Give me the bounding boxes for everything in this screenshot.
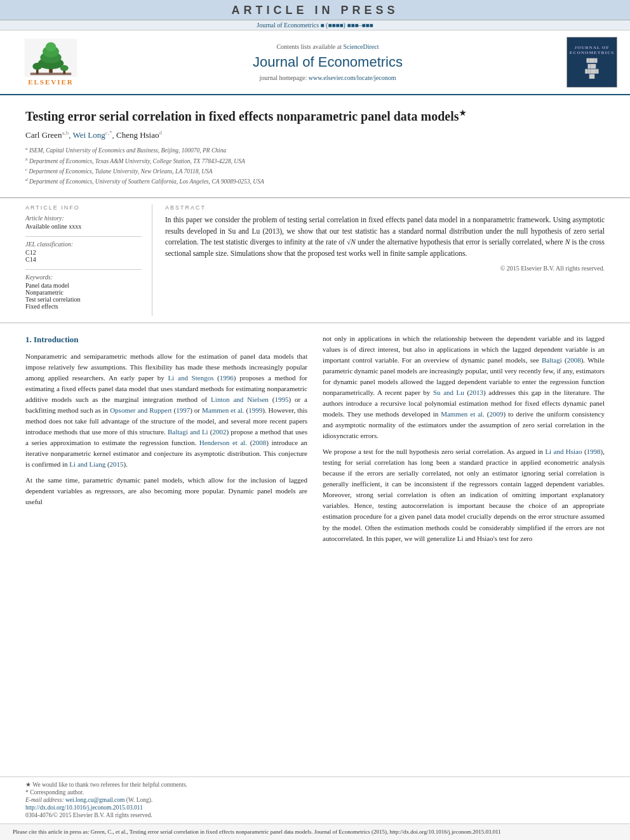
ref-su-lu[interactable]: Su and Lu [433,389,464,396]
ref-1997[interactable]: 1997 [176,406,190,414]
author-green-sup: a,b [62,130,69,136]
author-green: Carl Green [25,130,62,140]
author-long[interactable]: Wei Long [72,130,105,140]
body-two-col: 1. Introduction Nonparametric and semipa… [0,323,630,777]
ref-henderson[interactable]: Henderson et al. [199,439,247,446]
abstract-label: ABSTRACT [165,204,605,211]
bottom-bar: Please cite this article in press as: Gr… [0,823,630,841]
jel-c12: C12 [25,249,142,256]
jel-block: JEL classification: C12 C14 [25,241,142,263]
jel-c14: C14 [25,256,142,263]
journal-homepage: journal homepage: www.elsevier.com/locat… [95,74,560,81]
svg-point-10 [60,65,69,71]
paper-section: Testing error serial correlation in fixe… [0,95,630,197]
paper-title: Testing error serial correlation in fixe… [25,108,605,124]
intro-heading: 1. Introduction [25,333,307,346]
title-text: Testing error serial correlation in fixe… [25,109,459,123]
body-para-4: We propose a test for the null hypothesi… [323,446,605,543]
divider-2 [25,269,142,270]
ref-1995[interactable]: 1995 [274,396,288,403]
keywords-block: Keywords: Panel data model Nonparametric… [25,274,142,310]
ref-baltagi-li[interactable]: Baltagi and Li [168,428,208,436]
homepage-url[interactable]: www.elsevier.com/locate/jeconom [309,74,396,81]
abstract-copyright: © 2015 Elsevier B.V. All rights reserved… [165,265,605,272]
history-label: Article history: [25,215,142,222]
ref-mammen-2009[interactable]: Mammen et al. [441,410,485,418]
ref-1998[interactable]: 1998 [587,448,601,455]
keywords-label: Keywords: [25,274,142,281]
two-col-section: ARTICLE INFO Article history: Available … [0,197,630,323]
ref-li-stengos[interactable]: Li and Stengos [168,374,214,382]
divider-1 [25,236,142,237]
footnotes: ★ We would like to thank two referees fo… [0,777,630,823]
ref-2008[interactable]: 2008 [567,356,581,364]
ref-li-hsiao[interactable]: Li and Hsiao [545,448,582,455]
ref-opsomer-ruppert[interactable]: Opsomer and Ruppert [110,406,172,414]
contents-label: Contents lists available at [276,43,341,50]
ref-2008[interactable]: 2008 [252,439,266,446]
ref-2013[interactable]: 2013 [469,389,483,396]
elsevier-label: ELSEVIER [28,78,74,86]
journal-title-header: Journal of Econometrics [95,54,560,70]
journal-thumbnail: JOURNAL OF ECONOMETRICS ██████████████ [566,37,617,88]
footnote-email-link[interactable]: wei.long.cu@gmail.com [65,797,124,803]
article-history-block: Article history: Available online xxxx [25,215,142,230]
journal-header: ELSEVIER Contents lists available at Sci… [0,30,630,95]
ref-li-liang[interactable]: Li and Liang [69,460,105,468]
ref-2002[interactable]: 2002 [212,428,226,436]
author-hsiao-sup: d [159,130,163,136]
article-info: ARTICLE INFO Article history: Available … [25,204,152,316]
article-info-label: ARTICLE INFO [25,204,142,211]
author-long-sup: c,* [105,130,112,136]
ref-2009[interactable]: 2009 [489,410,503,418]
contents-available: Contents lists available at ScienceDirec… [95,43,560,50]
jel-label: JEL classification: [25,241,142,248]
keyword-3: Test serial correlation [25,296,142,303]
elsevier-logo: ELSEVIER [13,39,89,86]
article-in-press-banner: ARTICLE IN PRESS [0,0,630,20]
svg-point-8 [32,63,42,70]
affiliations: a ISEM, Capital University of Economics … [25,145,605,187]
abstract-section: ABSTRACT In this paper we consider the p… [165,204,605,316]
body-para-2: At the same time, parametric dynamic pan… [25,475,307,507]
footnote-corresponding: * Corresponding author. [25,789,605,796]
footnote-issn: 0304-4076/© 2015 Elsevier B.V. All right… [25,812,605,818]
available-online: Available online xxxx [25,223,142,230]
footnote-email-attribution: (W. Long). [126,797,153,803]
keyword-2: Nonparametric [25,289,142,296]
ref-mammen[interactable]: Mammen et al. [202,406,245,414]
sciencedirect-link[interactable]: ScienceDirect [343,43,379,50]
ref-linton-nielsen[interactable]: Linton and Nielsen [211,396,269,403]
keyword-4: Fixed effects [25,303,142,310]
ref-1996[interactable]: 1996 [220,374,234,382]
footnote-doi[interactable]: http://dx.doi.org/10.1016/j.jeconom.2015… [25,804,605,811]
keyword-1: Panel data model [25,282,142,289]
author-hsiao: Cheng Hsiao [116,130,159,140]
ref-baltagi-2008[interactable]: Baltagi [542,356,562,364]
ref-1999[interactable]: 1999 [248,406,262,414]
ref-2015[interactable]: 2015 [110,460,124,468]
journal-center: Contents lists available at ScienceDirec… [95,43,560,81]
abstract-text: In this paper we consider the problem of… [165,215,605,260]
body-para-3: not only in applications in which the re… [323,333,605,441]
body-left-col: 1. Introduction Nonparametric and semipa… [25,333,307,766]
title-star: ★ [459,109,466,117]
authors-line: Carl Greena,b, Wei Longc,*, Cheng Hsiaod [25,130,605,140]
svg-point-5 [46,43,57,52]
footnote-star: ★ We would like to thank two referees fo… [25,781,605,788]
footnote-email: E-mail address: wei.long.cu@gmail.com (W… [25,797,605,803]
body-right-col: not only in applications in which the re… [323,333,605,766]
bottom-bar-text: Please cite this article in press as: Gr… [13,829,501,835]
journal-doi-bar: Journal of Econometrics ■ (■■■■) ■■■–■■■ [0,20,630,30]
elsevier-tree-icon [22,39,79,77]
body-para-1: Nonparametric and semiparametric methods… [25,351,307,470]
